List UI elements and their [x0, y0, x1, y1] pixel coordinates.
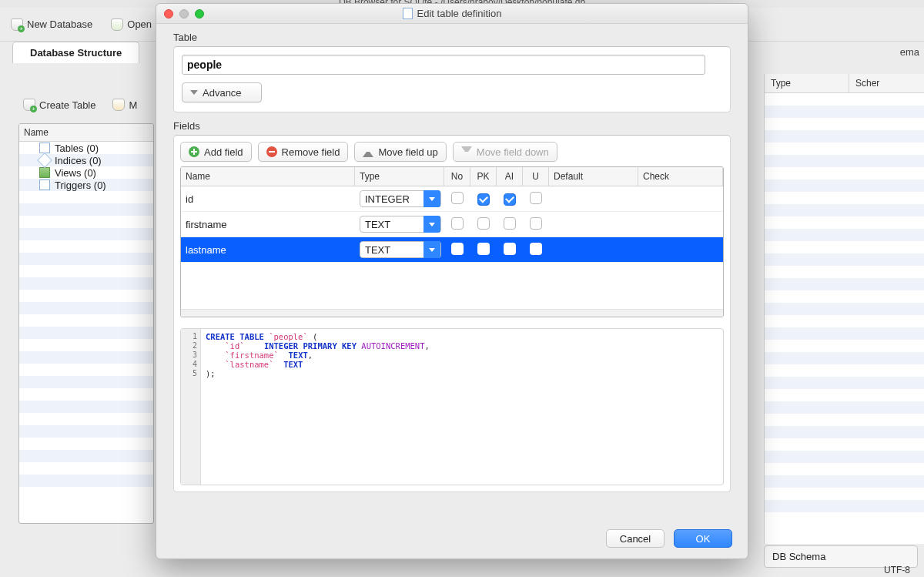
tree-item-label: Views (0): [55, 167, 96, 179]
right-tab-hint: ema: [900, 46, 919, 58]
add-field-button[interactable]: Add field: [180, 142, 252, 162]
field-name-cell[interactable]: firstname: [181, 216, 355, 233]
notnull-checkbox[interactable]: [451, 192, 464, 204]
cancel-button[interactable]: Cancel: [606, 529, 665, 548]
advanced-toggle[interactable]: Advance: [182, 82, 262, 102]
col-type: Type: [765, 74, 849, 92]
field-row[interactable]: id INTEGER: [181, 186, 723, 212]
chevron-down-icon: [190, 90, 198, 95]
schema-tree[interactable]: Name Tables (0) Indices (0) Views (0) Tr…: [18, 123, 154, 524]
field-type-value: INTEGER: [360, 193, 414, 205]
col-ai: AI: [497, 167, 523, 186]
table-name-input[interactable]: [182, 55, 705, 75]
field-name-cell[interactable]: lastname: [181, 241, 355, 259]
move-up-label: Move field up: [378, 146, 437, 158]
fields-toolbar: Add field Remove field Move field up Mov…: [180, 142, 724, 162]
field-type-select[interactable]: TEXT: [360, 216, 441, 233]
unique-checkbox[interactable]: [530, 243, 542, 255]
edit-table-dialog: Edit table definition Table Advance Fiel…: [156, 3, 748, 559]
field-type-value: TEXT: [360, 219, 395, 230]
dialog-title: Edit table definition: [417, 8, 502, 19]
field-name-cell[interactable]: id: [181, 190, 355, 208]
notnull-checkbox[interactable]: [451, 217, 464, 230]
plus-circle-icon: [189, 146, 199, 157]
ai-checkbox[interactable]: [504, 243, 516, 255]
arrow-down-icon: [461, 146, 472, 157]
grid-icon: [39, 167, 50, 178]
advanced-label: Advance: [203, 87, 242, 99]
col-unique: U: [523, 167, 549, 186]
ai-checkbox[interactable]: [504, 217, 516, 230]
field-row[interactable]: lastname TEXT: [181, 237, 723, 263]
open-database-button[interactable]: Open: [106, 15, 156, 34]
fields-table-header: Name Type No PK AI U Default Check: [181, 167, 723, 186]
create-table-button[interactable]: + Create Table: [18, 96, 100, 114]
database-plus-icon: +: [11, 18, 23, 31]
document-icon: [403, 8, 413, 19]
tree-item-indices[interactable]: Indices (0): [19, 154, 153, 166]
ok-button[interactable]: OK: [674, 529, 732, 548]
create-table-label: Create Table: [39, 99, 95, 111]
col-type: Type: [355, 167, 444, 186]
col-check: Check: [638, 167, 723, 186]
field-row[interactable]: firstname TEXT: [181, 212, 723, 237]
fields-empty-area: [181, 263, 723, 309]
move-down-label: Move field down: [477, 146, 549, 158]
unique-checkbox[interactable]: [530, 192, 542, 204]
pk-checkbox[interactable]: [477, 243, 490, 255]
dialog-titlebar: Edit table definition: [156, 4, 748, 24]
unique-checkbox[interactable]: [530, 217, 542, 230]
open-database-label: Open: [127, 18, 152, 30]
tree-item-label: Indices (0): [55, 155, 102, 166]
dialog-footer: Cancel OK: [156, 523, 748, 559]
modify-table-button[interactable]: M: [108, 96, 142, 114]
chevron-down-icon: [424, 216, 440, 233]
schema-tree-header: Name: [19, 124, 153, 142]
notnull-checkbox[interactable]: [451, 243, 464, 255]
table-section-label: Table: [173, 32, 731, 43]
col-schema: Scher: [849, 74, 924, 92]
sql-gutter: 1 2 3 4 5: [181, 329, 201, 485]
chevron-down-icon: [424, 241, 440, 258]
tree-item-label: Tables (0): [55, 143, 99, 154]
pk-checkbox[interactable]: [477, 193, 490, 206]
col-pk: PK: [470, 167, 497, 186]
tree-item-label: Triggers (0): [55, 179, 106, 191]
minus-circle-icon: [266, 146, 277, 157]
move-down-button: Move field down: [453, 142, 557, 162]
modify-table-label: M: [129, 99, 137, 111]
right-panel: Type Scher: [764, 74, 924, 544]
field-type-select[interactable]: INTEGER: [360, 190, 441, 207]
fields-table[interactable]: Name Type No PK AI U Default Check id IN…: [180, 166, 724, 317]
new-database-label: New Database: [27, 18, 92, 30]
tree-item-tables[interactable]: Tables (0): [19, 142, 153, 154]
encoding-status: UTF-8: [884, 565, 910, 575]
col-default: Default: [549, 167, 638, 186]
horizontal-scrollbar[interactable]: [181, 309, 723, 317]
table-edit-icon: [112, 99, 125, 111]
remove-field-label: Remove field: [282, 146, 340, 158]
database-open-icon: [111, 18, 123, 31]
new-database-button[interactable]: + New Database: [6, 15, 97, 34]
pk-checkbox[interactable]: [477, 217, 490, 230]
tree-item-triggers[interactable]: Triggers (0): [19, 179, 153, 191]
sql-preview: 1 2 3 4 5 CREATE TABLE `people` ( `id` I…: [180, 328, 724, 485]
col-name: Name: [181, 167, 355, 186]
remove-field-button[interactable]: Remove field: [258, 142, 349, 162]
move-up-button[interactable]: Move field up: [354, 142, 446, 162]
tag-icon: [37, 153, 52, 168]
table-name-group: Advance: [173, 46, 731, 112]
table-icon: [39, 143, 50, 153]
arrow-up-icon: [363, 146, 373, 157]
fields-group: Add field Remove field Move field up Mov…: [173, 135, 731, 492]
tree-item-views[interactable]: Views (0): [19, 166, 153, 179]
add-field-label: Add field: [204, 146, 243, 158]
field-type-select[interactable]: TEXT: [360, 241, 441, 258]
fields-section-label: Fields: [173, 120, 731, 132]
sql-text[interactable]: CREATE TABLE `people` ( `id` INTEGER PRI…: [201, 329, 434, 485]
ai-checkbox[interactable]: [504, 193, 516, 206]
chevron-down-icon: [424, 190, 440, 207]
col-notnull: No: [444, 167, 470, 186]
field-type-value: TEXT: [360, 244, 395, 256]
tab-database-structure[interactable]: Database Structure: [12, 42, 139, 63]
